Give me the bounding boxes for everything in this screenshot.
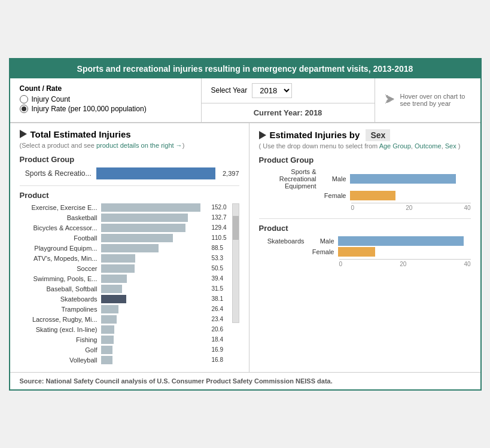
product-value: 152.0 xyxy=(212,204,230,211)
current-year-value: 2018 xyxy=(305,108,322,117)
male-bar-outer-group xyxy=(350,174,471,184)
product-row[interactable]: Football110.5 xyxy=(20,234,230,242)
left-section-title: Total Estimated Injuries xyxy=(20,129,239,139)
female-bar-outer-group xyxy=(350,191,471,200)
male-label-product: Male xyxy=(311,237,334,245)
sex-link[interactable]: Sex xyxy=(445,142,456,150)
product-list: Exercise, Exercise E...152.0Basketball13… xyxy=(20,203,230,366)
radio-circle-count xyxy=(20,95,28,103)
current-year-label: Current Year: xyxy=(254,108,303,117)
sex-label: Sex xyxy=(366,129,390,141)
count-rate-title: Count / Rate xyxy=(20,84,191,93)
axis-spacer-product xyxy=(259,259,336,267)
product-bar-outer xyxy=(101,295,206,303)
product-row[interactable]: Playground Equipm...88.5 xyxy=(20,244,230,252)
product-bar-fill xyxy=(101,356,112,364)
product-row[interactable]: ATV's, Mopeds, Min...53.3 xyxy=(20,254,230,263)
source-text: National Safety Council analysis of U.S.… xyxy=(46,377,333,385)
group-male-row: Sports & Recreational Equipment Male xyxy=(259,168,471,190)
radio-count-label: Injury Count xyxy=(32,95,71,103)
product-bar-outer xyxy=(101,356,206,364)
product-name: Basketball xyxy=(20,214,98,221)
product-row[interactable]: Baseball, Softball31.5 xyxy=(20,285,230,293)
product-list-container: Exercise, Exercise E...152.0Basketball13… xyxy=(20,203,239,366)
group-female-row: Female xyxy=(259,191,471,200)
product-value: 132.7 xyxy=(212,214,230,221)
product-bar-fill xyxy=(101,214,188,222)
left-subtitle: (Select a product and see product detail… xyxy=(20,142,239,149)
axis-spacer-group xyxy=(259,203,348,211)
male-bar-outer-product xyxy=(338,236,471,246)
product-bar-outer xyxy=(101,254,206,263)
year-section: Select Year 2018 2017 2016 2015 2014 201… xyxy=(202,78,375,122)
product-name: Swimming, Pools, E... xyxy=(20,275,98,282)
product-row[interactable]: Volleyball16.8 xyxy=(20,356,230,364)
product-bar-fill xyxy=(101,224,186,232)
product-bar-group: Skateboards Male Female xyxy=(259,236,471,257)
product-bar-fill xyxy=(101,275,127,283)
age-group-link[interactable]: Age Group xyxy=(379,142,411,150)
product-name: Golf xyxy=(20,346,98,353)
product-group-bar[interactable]: Sports & Recreatio... 2,397 xyxy=(20,167,239,179)
product-row[interactable]: Bicycles & Accessor...129.4 xyxy=(20,224,230,232)
product-value: 38.1 xyxy=(212,295,230,302)
product-row[interactable]: Golf16.9 xyxy=(20,346,230,354)
right-group-label: Product Group xyxy=(259,156,471,164)
product-row[interactable]: Fishing18.4 xyxy=(20,336,230,344)
axis-line-product: 0 20 40 xyxy=(339,259,471,267)
outcome-link[interactable]: Outcome xyxy=(415,142,442,150)
product-bar-fill xyxy=(101,336,114,344)
year-dropdown[interactable]: 2018 2017 2016 2015 2014 2013 xyxy=(252,83,292,98)
product-value: 31.5 xyxy=(212,285,230,292)
group-name-label: Sports & Recreational Equipment xyxy=(259,168,319,190)
axis-40-product: 40 xyxy=(464,261,470,267)
product-row[interactable]: Skateboards38.1 xyxy=(20,295,230,303)
product-row[interactable]: Skating (excl. In-line)20.6 xyxy=(20,325,230,334)
product-row[interactable]: Trampolines26.4 xyxy=(20,305,230,313)
product-row[interactable]: Lacrosse, Rugby, Mi...23.4 xyxy=(20,315,230,324)
right-title-text: Estimated Injuries by xyxy=(270,130,360,140)
scroll-bar[interactable] xyxy=(232,203,239,323)
female-bar-fill-product xyxy=(338,247,375,257)
axis-20-product: 20 xyxy=(400,261,406,267)
product-value: 88.5 xyxy=(212,245,230,251)
product-bar-outer xyxy=(101,275,206,283)
axis-row-product: 0 20 40 xyxy=(259,259,471,267)
product-name-label: Skateboards xyxy=(259,237,307,245)
group-bar-fill xyxy=(96,167,215,179)
left-title-text: Total Estimated Injuries xyxy=(31,129,131,139)
product-bar-fill xyxy=(101,234,174,242)
product-group-label-left: Product Group xyxy=(20,155,239,164)
product-details-link[interactable]: product details on the right → xyxy=(96,142,182,149)
hover-hint-text: Hover over on chart to see trend by year xyxy=(400,93,471,107)
play-icon-right xyxy=(259,131,266,139)
product-row[interactable]: Exercise, Exercise E...152.0 xyxy=(20,203,230,212)
main-container: Sports and recreational injuries resulti… xyxy=(9,58,482,391)
female-label-product: Female xyxy=(311,248,334,255)
female-bar-fill-group xyxy=(350,191,396,200)
axis-line-group: 0 20 40 xyxy=(351,203,471,211)
radio-group: Injury Count Injury Rate (per 100,000 po… xyxy=(20,95,191,113)
right-product-label: Product xyxy=(259,224,471,233)
radio-injury-count[interactable]: Injury Count xyxy=(20,95,191,103)
product-row[interactable]: Soccer50.5 xyxy=(20,264,230,273)
product-bar-outer xyxy=(101,325,206,334)
product-name: Fishing xyxy=(20,336,98,343)
product-row[interactable]: Swimming, Pools, E...39.4 xyxy=(20,275,230,283)
product-bar-fill xyxy=(101,325,115,334)
product-bar-fill xyxy=(101,305,119,313)
radio-circle-rate xyxy=(20,105,28,113)
left-panel: Total Estimated Injuries (Select a produ… xyxy=(10,123,249,372)
product-value: 39.4 xyxy=(212,275,230,282)
product-bar-fill xyxy=(101,315,117,324)
product-value: 20.6 xyxy=(212,326,230,333)
product-name: Exercise, Exercise E... xyxy=(20,204,98,211)
radio-injury-rate[interactable]: Injury Rate (per 100,000 population) xyxy=(20,105,191,113)
product-bar-outer xyxy=(101,264,206,273)
product-value: 50.5 xyxy=(212,265,230,272)
header-title: Sports and recreational injuries resulti… xyxy=(77,64,413,74)
product-bar-fill xyxy=(101,295,126,303)
product-row[interactable]: Basketball132.7 xyxy=(20,214,230,222)
group-bar-value: 2,397 xyxy=(223,170,239,177)
product-name: Trampolines xyxy=(20,306,98,313)
